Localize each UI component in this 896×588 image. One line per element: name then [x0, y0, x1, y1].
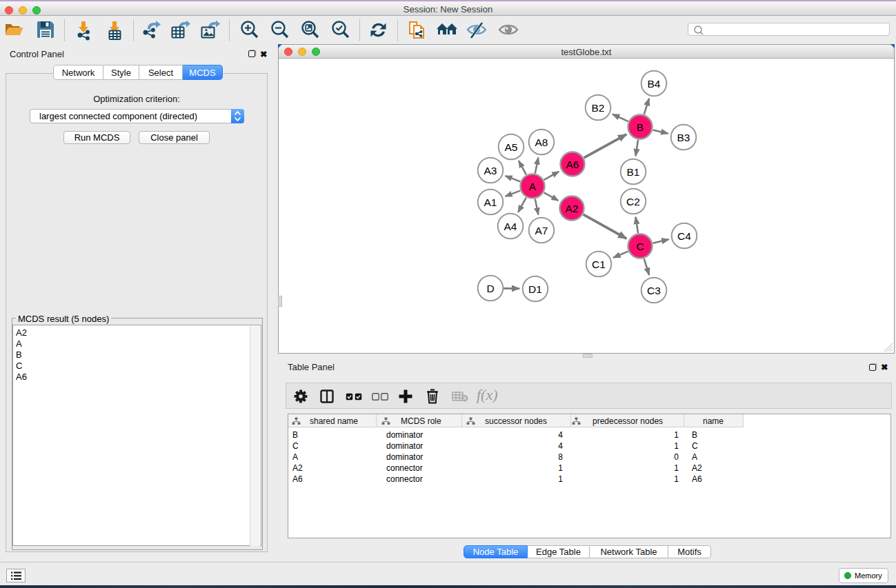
svg-text:C4: C4	[677, 230, 691, 242]
svg-text:B: B	[637, 121, 644, 133]
svg-text:A6: A6	[566, 159, 579, 170]
svg-text:B3: B3	[677, 132, 690, 143]
svg-text:C: C	[636, 241, 644, 252]
svg-text:A1: A1	[484, 196, 497, 208]
svg-text:B2: B2	[592, 102, 605, 114]
svg-text:D: D	[486, 283, 494, 294]
svg-text:A5: A5	[505, 141, 518, 153]
svg-text:A4: A4	[504, 221, 517, 232]
svg-text:C3: C3	[647, 285, 661, 296]
svg-text:B1: B1	[627, 166, 640, 178]
svg-text:C1: C1	[592, 258, 606, 270]
svg-text:A2: A2	[566, 203, 579, 214]
svg-text:C2: C2	[626, 196, 640, 207]
svg-text:B4: B4	[648, 78, 661, 90]
svg-text:A3: A3	[484, 165, 497, 176]
svg-text:A8: A8	[535, 136, 548, 148]
svg-text:A7: A7	[535, 225, 548, 236]
svg-text:D1: D1	[528, 283, 542, 295]
svg-text:A: A	[529, 181, 537, 192]
